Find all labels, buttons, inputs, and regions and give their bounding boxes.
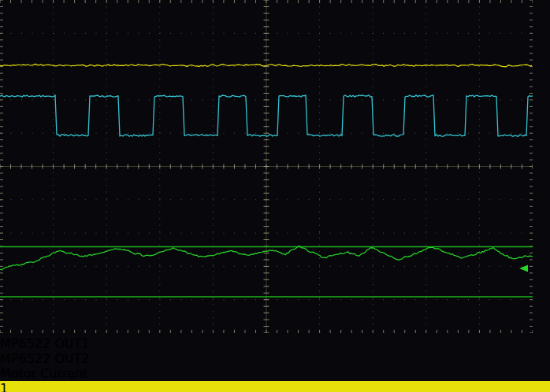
trigger-level-arrow-icon[interactable] [519,265,528,272]
graticule-display [0,0,550,336]
channel1-position-marker[interactable]: 1 [0,381,550,392]
channel1-waveform-label: MP6522 OUT1 [0,336,550,351]
left-bezel-strip [0,0,8,392]
channel4-waveform-label: Motor Current [0,366,550,381]
waveform-plot [0,0,533,333]
oscilloscope-screen: MP6522 OUT1 MP6522 OUT2 Motor Current 1 … [0,0,550,392]
channel2-waveform-label: MP6522 OUT2 [0,351,550,366]
